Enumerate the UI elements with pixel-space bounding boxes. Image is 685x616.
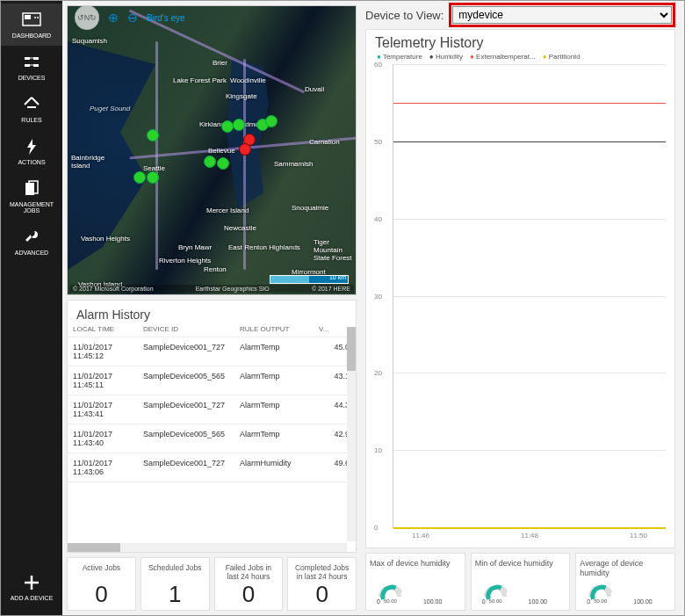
map-panel[interactable]: Seattle Bellevue Kirkland Redmond Sammam… xyxy=(67,5,357,295)
device-marker[interactable] xyxy=(233,119,245,131)
bolt-icon xyxy=(22,137,41,156)
sidebar-item-devices[interactable]: DEVICES xyxy=(1,46,62,88)
device-marker-alert[interactable] xyxy=(239,143,251,156)
sidebar-item-rules[interactable]: RULES xyxy=(1,88,62,130)
map-city-label: Snoqualmie xyxy=(292,204,328,212)
column-header[interactable]: RULE OUTPUT xyxy=(240,325,319,333)
map-city-label: Lake Forest Park xyxy=(173,76,227,84)
scrollbar-vertical[interactable] xyxy=(347,327,356,541)
map-view-label[interactable]: Bird's eye xyxy=(147,13,185,23)
sidebar-item-add-device[interactable]: ADD A DEVICE xyxy=(1,566,62,608)
x-tick-label: 11:46 xyxy=(412,532,429,540)
map-city-label: East Renton Highlands xyxy=(228,243,300,251)
sidebar-item-actions[interactable]: ACTIONS xyxy=(1,130,62,172)
map-city-label: Brier xyxy=(213,59,227,67)
x-tick-label: 11:48 xyxy=(521,532,538,540)
cell-device: SampleDevice001_727 xyxy=(143,459,240,476)
job-label: Completed Jobs in last 24 hours xyxy=(293,563,350,581)
map-city-label: Kingsgate xyxy=(226,92,257,100)
jobs-icon xyxy=(22,179,41,199)
job-label: Scheduled Jobs xyxy=(147,563,204,581)
wrench-icon xyxy=(22,228,41,247)
sidebar-item-label: MANAGEMENT JOBS xyxy=(1,201,62,214)
svg-rect-6 xyxy=(25,64,30,67)
telemetry-plot[interactable]: 010203040506011:4611:4811:50 xyxy=(393,64,666,528)
map-city-label: Riverton Heights xyxy=(159,257,211,265)
telemetry-legend: Temperature Humidity Externaltemperat...… xyxy=(371,51,669,62)
map-city-label: Vashon Heights xyxy=(81,235,130,243)
sidebar-item-label: ACTIONS xyxy=(18,159,45,165)
map-zoom-out-icon[interactable]: ⊖ xyxy=(127,11,138,25)
map-zoom-in-icon[interactable]: ⊕ xyxy=(108,11,119,25)
map-city-label: Bainbridge Island xyxy=(71,154,106,170)
x-tick-label: 11:50 xyxy=(630,532,647,540)
column-header[interactable]: DEVICE ID xyxy=(143,325,240,333)
table-row[interactable]: 11/01/2017 11:45:12SampleDevice001_727Al… xyxy=(68,337,356,366)
job-card[interactable]: Active Jobs0 xyxy=(67,557,136,611)
map-toolbar: ↺N↻ ⊕ ⊖ Bird's eye xyxy=(69,8,354,27)
legend-item[interactable]: Externaltemperat... xyxy=(470,53,536,61)
gauges-strip: Max of device humidity 050.00100.00 Min … xyxy=(365,553,675,611)
device-marker[interactable] xyxy=(221,120,234,133)
svg-rect-5 xyxy=(33,57,39,60)
device-marker[interactable] xyxy=(217,157,229,170)
legend-item[interactable]: PartitionId xyxy=(543,53,580,61)
table-row[interactable]: 11/01/2017 11:43:06SampleDevice001_727Al… xyxy=(68,453,356,482)
alarm-title: Alarm History xyxy=(68,301,356,325)
scrollbar-horizontal[interactable] xyxy=(68,543,347,552)
cell-time: 11/01/2017 11:45:12 xyxy=(73,343,143,360)
series-line xyxy=(393,103,666,105)
map-city-label: Bryn Mawr xyxy=(178,243,212,251)
map-city-label: Renton xyxy=(204,265,227,273)
cell-time: 11/01/2017 11:43:40 xyxy=(73,430,143,447)
jobs-strip: Active Jobs0Scheduled Jobs1Failed Jobs i… xyxy=(67,557,357,611)
sidebar-item-label: DASHBOARD xyxy=(12,33,51,39)
job-label: Failed Jobs in last 24 hours xyxy=(220,563,278,581)
devices-icon xyxy=(22,53,41,72)
y-tick-label: 20 xyxy=(374,369,382,377)
column-header[interactable]: LOCAL TIME xyxy=(73,325,143,333)
sidebar-item-dashboard[interactable]: DASHBOARD xyxy=(1,4,62,46)
sidebar: DASHBOARD DEVICES RULES ACTIONS MANAGEME… xyxy=(1,1,62,615)
map-city-label: Bellevue xyxy=(208,147,235,155)
cell-device: SampleDevice001_727 xyxy=(143,343,240,360)
cell-device: SampleDevice005_565 xyxy=(143,372,240,389)
device-marker[interactable] xyxy=(265,115,278,127)
table-row[interactable]: 11/01/2017 11:43:40SampleDevice005_565Al… xyxy=(68,424,356,453)
device-selector-row: Device to View: mydevice xyxy=(365,5,675,25)
job-card[interactable]: Completed Jobs in last 24 hours0 xyxy=(287,557,357,611)
device-marker[interactable] xyxy=(147,129,159,141)
job-card[interactable]: Failed Jobs in last 24 hours0 xyxy=(214,557,284,611)
device-marker[interactable] xyxy=(204,156,216,168)
gauge-arc: 050.00100.00 xyxy=(475,578,566,605)
table-row[interactable]: 11/01/2017 11:43:41SampleDevice001_727Al… xyxy=(68,395,356,424)
gauge-title: Average of device humidity xyxy=(580,559,671,578)
legend-item[interactable]: Humidity xyxy=(429,53,463,61)
device-marker[interactable] xyxy=(147,171,159,184)
map-credits: © 2017 Microsoft CorporationEarthstar Ge… xyxy=(69,285,354,293)
gauge-title: Min of device humidity xyxy=(475,559,566,578)
gauge-card: Min of device humidity 050.00100.00 xyxy=(471,553,571,611)
device-marker[interactable] xyxy=(133,171,146,184)
job-card[interactable]: Scheduled Jobs1 xyxy=(141,557,210,611)
compass-icon[interactable]: ↺N↻ xyxy=(75,5,99,30)
dashboard-icon xyxy=(22,11,41,30)
legend-item[interactable]: Temperature xyxy=(377,53,422,61)
y-tick-label: 0 xyxy=(374,524,378,532)
y-tick-label: 40 xyxy=(374,214,382,222)
series-line xyxy=(393,141,666,143)
job-value: 0 xyxy=(220,581,278,608)
device-selector[interactable]: mydevice xyxy=(452,6,672,24)
map-city-label: Woodinville xyxy=(230,76,266,84)
cell-rule: AlarmTemp xyxy=(240,343,319,360)
plus-icon xyxy=(22,573,41,592)
device-selector-label: Device to View: xyxy=(365,9,443,22)
y-tick-label: 10 xyxy=(374,446,382,454)
table-row[interactable]: 11/01/2017 11:45:11SampleDevice005_565Al… xyxy=(68,366,356,395)
job-value: 0 xyxy=(293,581,350,608)
sidebar-item-advanced[interactable]: ADVANCED xyxy=(1,221,62,263)
device-selector-highlight: mydevice xyxy=(449,3,675,27)
left-column: Seattle Bellevue Kirkland Redmond Sammam… xyxy=(62,1,361,615)
sidebar-item-management-jobs[interactable]: MANAGEMENT JOBS xyxy=(1,172,62,221)
svg-rect-4 xyxy=(25,57,30,60)
